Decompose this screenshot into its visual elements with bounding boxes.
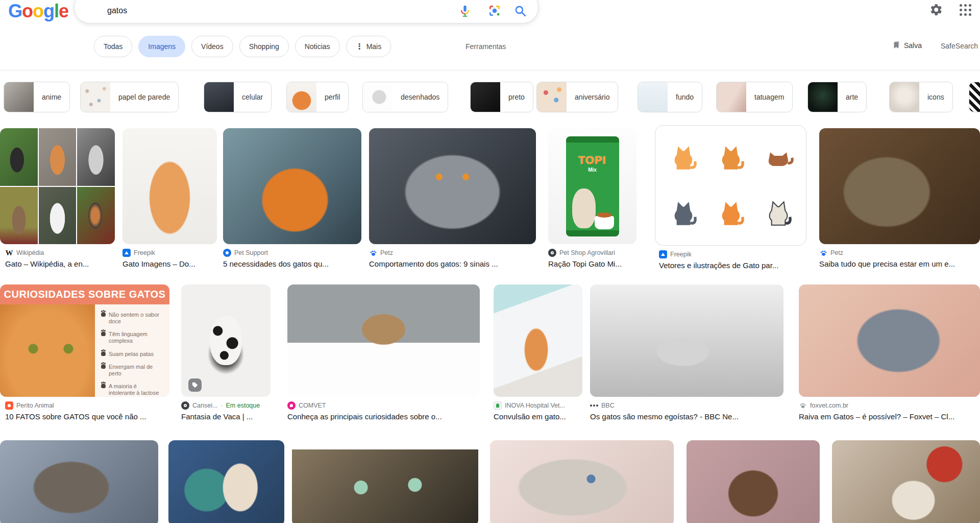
result-card[interactable]: Cansei...·Em estoque Fantasia de Vaca | … (181, 284, 271, 421)
chip-fundo[interactable]: fundo (638, 82, 702, 112)
gear-icon[interactable] (928, 2, 943, 17)
result-image-tabby-blue-collar[interactable] (0, 440, 158, 523)
result-image-topi-cat-food-bag[interactable]: TOPI Mix (548, 128, 636, 244)
bag-bowl-art (595, 216, 614, 229)
result-image-siamese-cat[interactable] (687, 440, 820, 523)
safesearch-button[interactable]: SafeSearch (941, 42, 978, 50)
foxvet-favicon (799, 401, 807, 410)
save-button[interactable]: Salva (892, 41, 922, 50)
result-title[interactable]: Ração Topi Gato Mi... (548, 259, 636, 268)
wikipedia-favicon: W (5, 249, 13, 257)
tab-noticias[interactable]: Noticias (295, 36, 340, 57)
result-image-gray-cat-in-arms[interactable] (799, 284, 980, 397)
tab-todas[interactable]: Todas (94, 36, 132, 57)
search-input[interactable]: gatos (107, 6, 127, 15)
product-line: Mix (566, 167, 619, 173)
tab-videos[interactable]: Vídeos (191, 36, 233, 57)
result-card[interactable]: foxvet.com.br Raiva em Gatos – é possíve… (799, 284, 980, 421)
result-source: foxvet.com.br (810, 402, 848, 409)
result-card[interactable]: Pet Support 5 necessidades dos gatos qu.… (223, 128, 361, 268)
result-image-cat-petted[interactable] (223, 128, 361, 244)
result-title[interactable]: Vetores e ilustrações de Gato par... (659, 261, 806, 270)
result-image-peeking-cat[interactable] (287, 284, 480, 397)
result-image-infographic[interactable]: CURIOSIDADES SOBRE GATOS Não sentem o sa… (0, 284, 169, 397)
result-card[interactable]: INOVA Hospital Vet... Convulsão em gato.… (494, 284, 582, 421)
result-image-gray-kitten-floor[interactable] (590, 284, 783, 397)
result-card[interactable] (0, 440, 158, 523)
microphone-icon[interactable] (458, 4, 472, 17)
result-card[interactable] (490, 440, 674, 523)
chip-celular[interactable]: celular (204, 82, 272, 112)
petz-favicon (819, 249, 827, 257)
result-title[interactable]: Comportamento dos gatos: 9 sinais ... (369, 259, 536, 268)
magnifier-icon[interactable] (513, 4, 527, 17)
result-card[interactable]: Petz Saiba tudo que precisa estar em um … (819, 128, 980, 268)
result-card[interactable]: TOPI Mix Pet Shop Agrovillari Ração Topi… (548, 128, 636, 268)
chip-preto-thumbnail (471, 82, 500, 112)
result-title[interactable]: Raiva em Gatos – é possível? – Foxvet – … (799, 412, 980, 421)
tools-button[interactable]: Ferramentas (465, 42, 506, 51)
result-image-fluffy-gray-white-cat[interactable] (490, 440, 674, 523)
chip-perfil[interactable]: perfil (286, 82, 349, 112)
chip-icons[interactable]: icons (889, 82, 953, 112)
cat-illustration (667, 197, 700, 230)
infographic-list: Não sentem o sabor doce Têm linguagem co… (95, 304, 169, 397)
vertical-ellipsis-icon: ⋮ (356, 42, 363, 51)
result-image-orange-kitten[interactable] (122, 128, 217, 244)
result-card[interactable] (832, 440, 980, 523)
google-lens-icon[interactable] (488, 4, 501, 17)
result-source: Freepik (134, 249, 155, 256)
chip-papel-de-parede[interactable]: papel de parede (80, 82, 179, 112)
result-title[interactable]: Convulsão em gato... (494, 412, 582, 421)
result-card[interactable] (687, 440, 820, 523)
result-card[interactable]: Petz Comportamento dos gatos: 9 sinais .… (369, 128, 536, 268)
chip-preto[interactable]: preto (470, 82, 533, 112)
chip-arte[interactable]: arte (807, 82, 867, 112)
chip-partial[interactable] (969, 82, 980, 112)
result-card[interactable]: CURIOSIDADES SOBRE GATOS Não sentem o sa… (0, 284, 169, 421)
result-image-clinic-kitten[interactable] (494, 284, 582, 397)
result-image-man-holding-cat[interactable] (168, 440, 284, 523)
chip-tatuagem[interactable]: tatuagem (716, 82, 793, 112)
result-image-brown-tabby[interactable] (819, 128, 980, 244)
result-source: Freepik (670, 251, 692, 258)
apps-grid-icon[interactable] (960, 4, 975, 19)
google-logo[interactable]: Google (8, 1, 68, 21)
result-title[interactable]: 10 FATOS sobre GATOS que você não ... (5, 412, 169, 421)
tab-shopping[interactable]: Shopping (239, 36, 289, 57)
highlight-frame (655, 125, 806, 246)
dot-separator: · (220, 402, 223, 409)
header-divider (0, 70, 980, 70)
result-title[interactable]: Conheça as principais curiosidades sobre… (287, 412, 480, 421)
result-card[interactable]: WWikipédia Gato – Wikipédia, a en... (0, 128, 115, 268)
result-card[interactable]: COMVET Conheça as principais curiosidade… (287, 284, 480, 421)
chip-anime-thumbnail (4, 82, 34, 112)
chip-arte-thumbnail (808, 82, 838, 112)
result-image-cats-playing[interactable] (832, 440, 980, 523)
result-card[interactable]: Freepik Gato Imagens – Do... (122, 128, 217, 268)
result-card[interactable] (292, 440, 478, 523)
paw-bullet-icon (101, 351, 106, 356)
result-image-cat-cow-costume[interactable] (181, 284, 271, 397)
product-bag: TOPI Mix (566, 136, 619, 236)
result-card[interactable]: BBC Os gatos são mesmo egoístas? - BBC N… (590, 284, 783, 421)
result-card-highlighted[interactable]: Freepik Vetores e ilustrações de Gato pa… (655, 125, 806, 270)
result-title[interactable]: Gato – Wikipédia, a en... (5, 259, 115, 268)
tab-imagens[interactable]: Imagens (138, 36, 185, 57)
result-image-green-eyes-closeup[interactable] (292, 440, 478, 523)
result-title[interactable]: Saiba tudo que precisa estar em um e... (819, 259, 980, 268)
chip-anime[interactable]: anime (4, 82, 70, 112)
result-image-cat-collage[interactable] (0, 128, 115, 244)
chip-aniversario[interactable]: aniversário (536, 82, 618, 112)
result-card[interactable] (168, 440, 284, 523)
tab-mais[interactable]: ⋮Mais (346, 36, 391, 57)
result-image-gray-british-cat[interactable] (369, 128, 536, 244)
chip-desenhados[interactable]: desenhados (362, 82, 448, 112)
result-title[interactable]: Fantasia de Vaca | ... (181, 412, 271, 421)
result-title[interactable]: Gato Imagens – Do... (122, 259, 217, 268)
result-source: COMVET (299, 402, 326, 409)
result-title[interactable]: Os gatos são mesmo egoístas? - BBC Ne... (590, 412, 783, 421)
cansei-favicon (181, 401, 189, 410)
result-title[interactable]: 5 necessidades dos gatos qu... (223, 259, 361, 268)
result-image-cat-vector-illustrations[interactable] (659, 130, 802, 241)
